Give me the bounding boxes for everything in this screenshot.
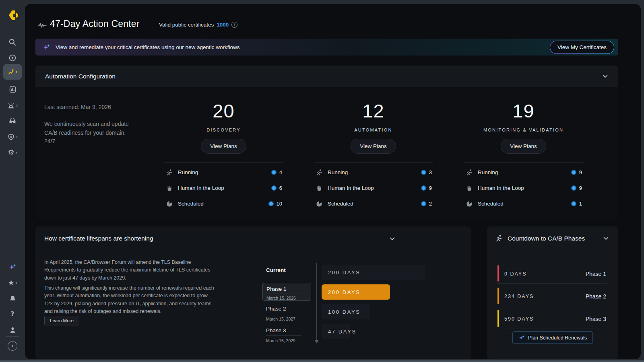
status-row-running[interactable]: Running 9 — [464, 165, 583, 180]
status-row-human-in-the-loop[interactable]: Human In the Loop 9 — [314, 180, 433, 196]
screen-bottom-edge — [0, 360, 644, 362]
phase-name: Phase 3 — [266, 327, 301, 336]
sidebar-item-favorites[interactable]: ★ › — [0, 276, 25, 290]
status-row-scheduled[interactable]: Scheduled 2 — [314, 196, 433, 212]
count-dot-icon — [571, 170, 576, 175]
status-count: 4 — [271, 169, 282, 175]
status-row-running[interactable]: Running 3 — [314, 165, 433, 180]
main-surface: 47-Day Action Center Valid public certif… — [25, 4, 641, 359]
phase-tab-1-selected[interactable]: Phase 1 March 15, 2026 — [262, 283, 311, 301]
count-dot-icon — [421, 201, 426, 206]
count-dot-icon — [421, 170, 426, 175]
status-label: Human In the Loop — [328, 185, 374, 191]
bar-chart-icon — [9, 86, 17, 93]
phase-tab-3[interactable]: Phase 3 March 15, 2029 — [266, 327, 306, 343]
lifespan-bar-highlighted: 200 DAYS — [322, 284, 390, 300]
chevron-down-icon[interactable] — [602, 73, 609, 80]
view-my-certificates-button[interactable]: View My Certificates — [550, 41, 614, 54]
stat-column-discovery: 20 DISCOVERY View Plans Running 4 Human … — [164, 100, 283, 212]
status-rows: Running 3 Human In the Loop 9 Scheduled … — [314, 162, 433, 212]
star-icon: ★ — [8, 279, 14, 286]
sidebar-item-discovery[interactable] — [0, 114, 25, 128]
status-rows: Running 9 Human In the Loop 9 Scheduled … — [464, 162, 583, 212]
button-label: Plan Scheduled Renewals — [528, 335, 587, 341]
bell-icon — [9, 295, 17, 302]
view-plans-button[interactable]: View Plans — [501, 139, 546, 154]
sparkles-icon — [518, 335, 525, 341]
status-label: Scheduled — [328, 201, 353, 207]
view-plans-button[interactable]: View Plans — [201, 139, 246, 154]
clock-icon — [166, 200, 173, 208]
stat-count: 12 — [314, 100, 433, 122]
count-dot-icon — [268, 201, 274, 206]
search-icon — [8, 38, 17, 46]
brand-logo-icon[interactable] — [6, 9, 19, 22]
sidebar-item-help[interactable]: ? — [0, 307, 25, 321]
sidebar-item-notifications[interactable] — [0, 292, 25, 305]
stat-column-automation: 12 AUTOMATION View Plans Running 3 Human… — [314, 100, 433, 212]
sidebar-item-remediation[interactable]: › — [0, 130, 25, 144]
ai-sparkles-icon — [8, 263, 17, 271]
activity-waveform-icon — [38, 21, 47, 29]
status-row-human-in-the-loop[interactable]: Human In the Loop 6 — [164, 180, 283, 196]
runner-icon — [166, 169, 173, 176]
status-row-scheduled[interactable]: Scheduled 1 — [464, 196, 583, 212]
status-row-scheduled[interactable]: Scheduled 10 — [164, 196, 283, 212]
stat-count: 19 — [464, 100, 583, 122]
learn-more-button[interactable]: Learn More — [44, 316, 79, 325]
status-label: Human In the Loop — [178, 185, 224, 191]
days-remaining: 234 DAYS — [504, 294, 534, 299]
countdown-row-phase-2: 234 DAYS Phase 2 — [497, 287, 607, 306]
user-icon — [9, 326, 17, 334]
page-title: 47-Day Action Center — [50, 19, 140, 29]
status-count: 6 — [271, 185, 282, 191]
status-count: 3 — [421, 169, 432, 175]
runner-icon — [316, 169, 323, 176]
panel-title: How certificate lifespans are shortening — [44, 235, 153, 242]
status-count: 9 — [571, 169, 582, 175]
sidebar-item-search[interactable] — [0, 35, 25, 49]
valid-certificates-count[interactable]: 1000 — [217, 22, 229, 28]
status-row-human-in-the-loop[interactable]: Human In the Loop 9 — [464, 180, 583, 196]
sidebar-item-settings[interactable]: ⚙ › — [0, 146, 25, 159]
countdown-row-phase-3: 590 DAYS Phase 3 — [497, 309, 607, 329]
sidebar-item-alerts[interactable]: › — [0, 99, 25, 112]
phase-accent-bar — [497, 265, 499, 282]
phase-name: Phase 3 — [586, 316, 606, 322]
lifespans-panel: How certificate lifespans are shortening… — [35, 226, 471, 359]
sidebar-collapse-button[interactable]: › — [0, 339, 25, 353]
status-label: Scheduled — [478, 201, 504, 207]
plan-scheduled-renewals-button[interactable]: Plan Scheduled Renewals — [512, 331, 593, 344]
sidebar-item-account[interactable] — [0, 323, 25, 337]
phase-accent-bar — [497, 310, 499, 327]
automation-configuration-header[interactable]: Automation Configuration — [35, 66, 618, 87]
phase-name: Phase 2 — [266, 306, 301, 314]
chevron-right-circle-icon: › — [8, 341, 17, 351]
chevron-down-icon[interactable] — [603, 235, 609, 242]
last-scanned-text: Last scanned: Mar 9, 2026 — [44, 104, 131, 110]
phase-tab-2[interactable]: Phase 2 March 15, 2027 — [266, 305, 306, 321]
count-dot-icon — [571, 201, 576, 206]
lifespan-bar: 47 DAYS — [322, 324, 350, 339]
countdown-row-phase-1: 0 DAYS Phase 1 — [497, 264, 607, 284]
binoculars-icon — [8, 117, 17, 125]
chevron-down-icon[interactable] — [389, 235, 396, 242]
status-row-running[interactable]: Running 4 — [164, 165, 283, 180]
status-count: 9 — [571, 185, 582, 191]
banner-text: View and remediate your critical certifi… — [56, 44, 239, 50]
sidebar-item-automation-workflows-active[interactable]: › — [3, 64, 22, 80]
sidebar-item-ai-assistant[interactable] — [0, 260, 25, 274]
sparkles-icon — [43, 43, 50, 51]
sidebar-item-scan-target[interactable] — [0, 51, 25, 65]
hand-icon — [166, 185, 173, 192]
phase-accent-bar — [497, 288, 499, 304]
sidebar-item-reports[interactable] — [0, 82, 25, 96]
status-label: Scheduled — [178, 201, 204, 207]
runner-icon — [495, 234, 503, 242]
count-dot-icon — [271, 170, 277, 175]
countdown-panel: Countdown to CA/B Phases 0 DAYS Phase 1 … — [487, 226, 618, 359]
phase-date: March 15, 2027 — [266, 317, 306, 321]
view-plans-button[interactable]: View Plans — [351, 139, 396, 154]
count-dot-icon — [571, 185, 576, 191]
info-icon[interactable]: i — [231, 22, 237, 28]
